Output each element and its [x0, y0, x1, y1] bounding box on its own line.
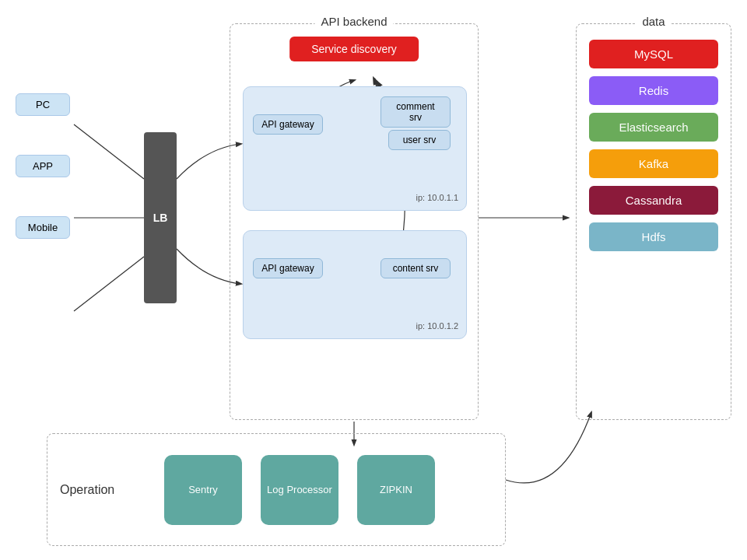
api-backend-section: API backend Service discovery API gatewa… [230, 23, 479, 420]
log-processor-box: Log Processor [261, 455, 338, 525]
kafka-box: Kafka [589, 149, 718, 178]
api-gateway-2: API gateway [253, 258, 323, 278]
sentry-box: Sentry [164, 455, 242, 525]
operation-boxes: Sentry Log Processor ZIPKIN [164, 455, 435, 525]
redis-box: Redis [589, 76, 718, 105]
data-section: data MySQL Redis Elasticsearch Kafka Cas… [576, 23, 731, 420]
user-srv: user srv [388, 130, 451, 150]
clients-section: PC APP Mobile [16, 93, 70, 239]
api-gateway-1: API gateway [253, 114, 323, 135]
server-group-2: API gateway content srv ip: 10.0.1.2 [243, 230, 467, 339]
data-items-list: MySQL Redis Elasticsearch Kafka Cassandr… [589, 40, 718, 251]
comment-srv: comment srv [381, 96, 451, 128]
operation-section: Operation Sentry Log Processor ZIPKIN [47, 433, 506, 546]
operation-title: Operation [60, 483, 114, 497]
ip-label-2: ip: 10.0.1.2 [416, 321, 458, 331]
content-srv: content srv [381, 258, 451, 278]
client-app: APP [16, 155, 70, 177]
elasticsearch-box: Elasticsearch [589, 113, 718, 142]
mysql-box: MySQL [589, 40, 718, 68]
server-group-1: API gateway comment srv user srv ip: 10.… [243, 86, 467, 211]
cassandra-box: Cassandra [589, 186, 718, 215]
service-discovery-box: Service discovery [289, 37, 419, 61]
svg-line-2 [74, 257, 144, 311]
ip-label-1: ip: 10.0.1.1 [416, 193, 458, 202]
svg-line-0 [74, 124, 144, 179]
diagram: PC APP Mobile LB API backend Service dis… [0, 0, 747, 560]
client-mobile: Mobile [16, 216, 70, 239]
load-balancer: LB [144, 132, 177, 303]
data-title: data [636, 15, 671, 28]
api-backend-title: API backend [314, 15, 393, 28]
zipkin-box: ZIPKIN [357, 455, 435, 525]
client-pc: PC [16, 93, 70, 116]
hdfs-box: Hdfs [589, 222, 718, 251]
